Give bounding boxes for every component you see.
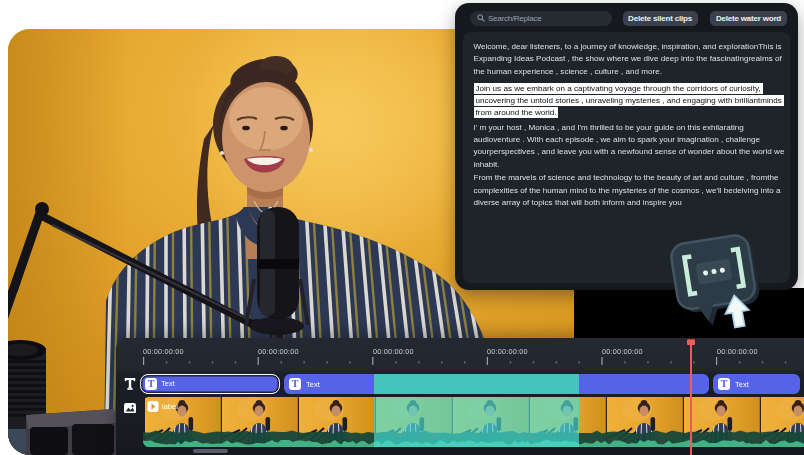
svg-text:label: label [162, 402, 178, 411]
